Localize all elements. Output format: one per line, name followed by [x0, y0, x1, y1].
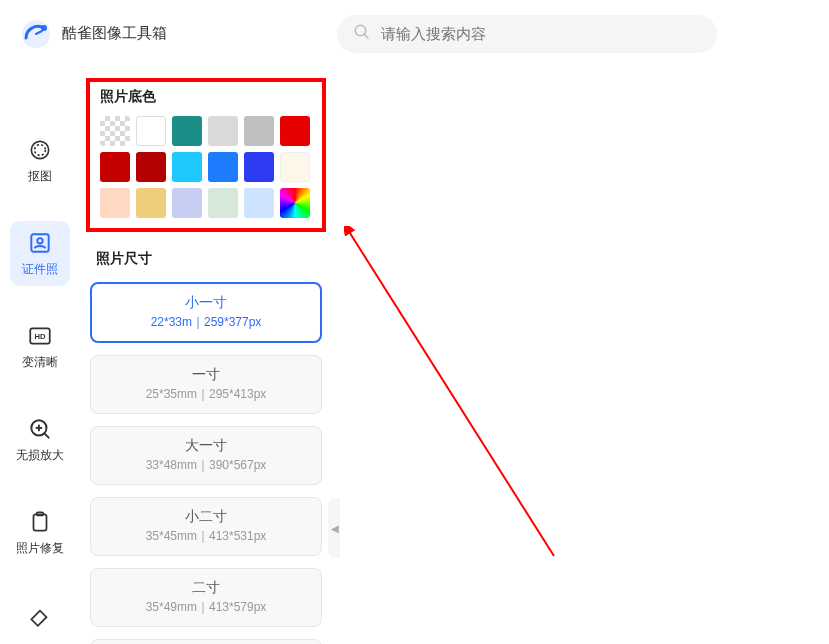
- color-swatch[interactable]: [100, 116, 130, 146]
- size-option[interactable]: 二寸35*49mm｜413*579px: [90, 568, 322, 627]
- panel: 照片底色 照片尺寸 小一寸22*33m｜259*377px一寸25*35mm｜2…: [80, 68, 340, 644]
- size-name: 小一寸: [102, 294, 310, 312]
- idphoto-icon: [26, 229, 54, 257]
- hd-icon: HD: [26, 322, 54, 350]
- sidebar-item-cutout[interactable]: 抠图: [10, 128, 70, 193]
- svg-line-12: [44, 433, 48, 437]
- app-logo: [20, 18, 52, 50]
- collapse-handle[interactable]: ◀: [328, 498, 340, 558]
- main: 抠图 证件照 HD 变清晰 无损放大 照片修复: [0, 68, 829, 644]
- eraser-icon: [26, 601, 54, 629]
- size-option[interactable]: 大一寸33*48mm｜390*567px: [90, 426, 322, 485]
- color-swatch[interactable]: [136, 116, 166, 146]
- sidebar-item-upscale[interactable]: 无损放大: [10, 407, 70, 472]
- sidebar-item-label: 变清晰: [22, 354, 58, 371]
- color-swatch[interactable]: [244, 188, 274, 218]
- size-option[interactable]: 小二寸35*45mm｜413*531px: [90, 497, 322, 556]
- color-section-highlight: 照片底色: [86, 78, 326, 232]
- color-swatch[interactable]: [280, 116, 310, 146]
- svg-point-8: [37, 238, 42, 243]
- header: 酷雀图像工具箱: [0, 0, 829, 68]
- size-title: 照片尺寸: [96, 250, 322, 268]
- zoom-in-icon: [26, 415, 54, 443]
- color-swatch-grid: [100, 116, 312, 218]
- size-name: 大一寸: [101, 437, 311, 455]
- size-option[interactable]: 三寸55*84mm｜649*991px: [90, 639, 322, 644]
- sidebar-item-idphoto[interactable]: 证件照: [10, 221, 70, 286]
- svg-rect-15: [34, 514, 47, 530]
- restore-icon: [26, 508, 54, 536]
- color-swatch[interactable]: [208, 116, 238, 146]
- size-option[interactable]: 小一寸22*33m｜259*377px: [90, 282, 322, 343]
- size-name: 一寸: [101, 366, 311, 384]
- cutout-icon: [26, 136, 54, 164]
- sidebar-item-label: 无损放大: [16, 447, 64, 464]
- color-swatch[interactable]: [100, 188, 130, 218]
- color-swatch[interactable]: [172, 152, 202, 182]
- color-swatch[interactable]: [280, 188, 310, 218]
- sidebar-item-label: 证件照: [22, 261, 58, 278]
- size-name: 二寸: [101, 579, 311, 597]
- sidebar: 抠图 证件照 HD 变清晰 无损放大 照片修复: [0, 68, 80, 644]
- svg-text:HD: HD: [35, 332, 46, 341]
- bg-color-title: 照片底色: [100, 88, 312, 106]
- color-swatch[interactable]: [208, 188, 238, 218]
- color-swatch[interactable]: [136, 188, 166, 218]
- size-option[interactable]: 一寸25*35mm｜295*413px: [90, 355, 322, 414]
- color-swatch[interactable]: [244, 152, 274, 182]
- size-list: 小一寸22*33m｜259*377px一寸25*35mm｜295*413px大一…: [90, 282, 322, 644]
- app-title: 酷雀图像工具箱: [62, 24, 167, 43]
- sidebar-item-restore[interactable]: 照片修复: [10, 500, 70, 565]
- search-icon: [353, 23, 371, 45]
- size-dims: 35*49mm｜413*579px: [101, 599, 311, 616]
- size-name: 小二寸: [101, 508, 311, 526]
- svg-line-4: [364, 34, 368, 38]
- chevron-left-icon: ◀: [331, 523, 339, 534]
- sidebar-item-more[interactable]: [10, 593, 70, 637]
- color-swatch[interactable]: [244, 116, 274, 146]
- sidebar-item-label: 照片修复: [16, 540, 64, 557]
- search-input[interactable]: [381, 25, 701, 42]
- color-swatch[interactable]: [280, 152, 310, 182]
- size-dims: 33*48mm｜390*567px: [101, 457, 311, 474]
- color-swatch[interactable]: [172, 116, 202, 146]
- color-swatch[interactable]: [208, 152, 238, 182]
- size-dims: 22*33m｜259*377px: [102, 314, 310, 331]
- size-dims: 35*45mm｜413*531px: [101, 528, 311, 545]
- color-swatch[interactable]: [136, 152, 166, 182]
- size-dims: 25*35mm｜295*413px: [101, 386, 311, 403]
- svg-point-6: [35, 145, 46, 156]
- color-swatch[interactable]: [100, 152, 130, 182]
- search-box[interactable]: [337, 15, 717, 53]
- sidebar-item-label: 抠图: [28, 168, 52, 185]
- sidebar-item-enhance[interactable]: HD 变清晰: [10, 314, 70, 379]
- color-swatch[interactable]: [172, 188, 202, 218]
- size-section: 照片尺寸 小一寸22*33m｜259*377px一寸25*35mm｜295*41…: [86, 250, 326, 644]
